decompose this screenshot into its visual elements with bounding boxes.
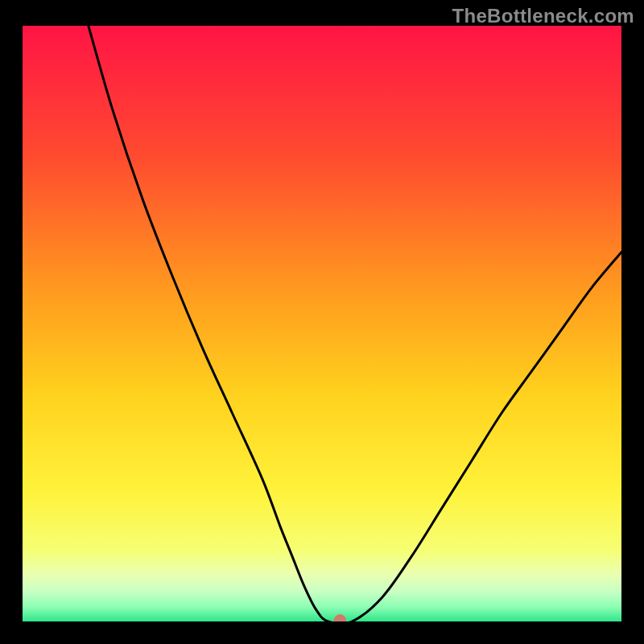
gradient-background: [23, 26, 621, 621]
watermark-text: TheBottleneck.com: [452, 5, 634, 27]
plot-svg: [23, 26, 621, 621]
plot-area: [23, 26, 621, 621]
chart-frame: TheBottleneck.com: [0, 0, 644, 644]
